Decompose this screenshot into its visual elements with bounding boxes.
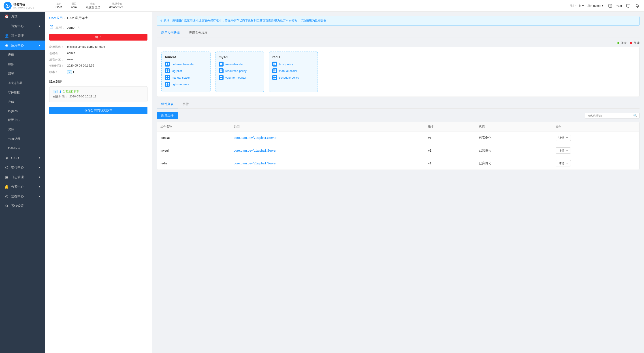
svg-rect-23 xyxy=(220,70,221,71)
search-input[interactable] xyxy=(587,114,632,117)
topbar-user-selector[interactable]: 用户 admin ▾ xyxy=(588,4,604,8)
breadcrumb-link[interactable]: OAM应用 xyxy=(49,16,63,20)
tab-instance-template[interactable]: 应用实例模板 xyxy=(184,29,212,37)
sidebar-item-overview[interactable]: ⏰ 总览 xyxy=(0,12,45,21)
svg-rect-22 xyxy=(221,64,222,65)
sidebar-item-yaml[interactable]: Yaml记录 xyxy=(0,134,45,144)
topbar-meta: 租户 OAM 项目 oam 角色 系统管理员 数据中心 datacenter..… xyxy=(56,2,562,10)
col-type: 类型 xyxy=(230,122,425,132)
svg-rect-21 xyxy=(220,64,221,65)
error-dot xyxy=(630,42,632,44)
user-dropdown-icon: ▾ xyxy=(602,4,604,8)
sidebar-item-config[interactable]: 配置中心 xyxy=(0,115,45,125)
yaml-label: Yaml xyxy=(616,4,622,8)
sidebar-item-monitor[interactable]: ◎ 监控中心 ▾ xyxy=(0,191,45,201)
sidebar-item-stateful[interactable]: 有状态部署 xyxy=(0,78,45,88)
table-header-row: 组件名称 类型 版本 状态 操作 xyxy=(157,122,639,132)
monitor-icon[interactable] xyxy=(625,3,632,9)
settings-icon: ⚙ xyxy=(4,204,9,208)
sidebar-item-label: 存储 xyxy=(8,100,14,104)
svg-rect-40 xyxy=(275,76,276,77)
sidebar-item-label: 资源 xyxy=(8,127,14,132)
component-icon xyxy=(272,68,277,73)
sidebar-item-sysconfig[interactable]: ⚙ 系统设置 xyxy=(0,201,45,211)
sidebar-item-cicd[interactable]: ◈ CICD ▾ xyxy=(0,153,45,163)
topo-item[interactable]: resources-policy xyxy=(218,68,261,73)
sidebar-item-resource[interactable]: 资源 xyxy=(0,125,45,134)
svg-rect-19 xyxy=(220,63,221,64)
comp-toolbar: 新增组件 🔍 xyxy=(157,112,640,119)
cell-version: v1 xyxy=(424,132,475,144)
sidebar-item-tenant[interactable]: 👤 租户管理 xyxy=(0,31,45,41)
resource-icon: ☰ xyxy=(4,24,9,28)
svg-rect-30 xyxy=(221,78,222,79)
lang-dropdown-icon: ▾ xyxy=(582,4,584,8)
topo-item[interactable]: manual-scaler xyxy=(272,68,314,73)
save-version-button[interactable]: 保存当前内容为版本 xyxy=(49,107,148,114)
sidebar-item-label: Yaml记录 xyxy=(8,137,20,141)
detail-button[interactable]: 详情 xyxy=(556,160,571,166)
alert-text: 新增、编辑组件或应用编排过后请先保存版本，若在未保存状态下跳转到至其它页面则视为… xyxy=(164,19,330,23)
app-link-icon xyxy=(49,25,54,30)
svg-rect-14 xyxy=(168,78,169,79)
tab-events[interactable]: 事件 xyxy=(178,100,193,108)
legend-error: 故障 xyxy=(630,41,640,45)
add-component-button[interactable]: 新增组件 xyxy=(157,112,178,119)
sidebar-item-ingress[interactable]: Ingress xyxy=(0,107,45,115)
sidebar-item-label: 应用中心 xyxy=(11,44,24,48)
sidebar-item-service[interactable]: 服务 xyxy=(0,60,45,69)
topo-item[interactable]: manual-scaler xyxy=(165,75,207,80)
topo-item[interactable]: log-pilot xyxy=(165,68,207,73)
svg-rect-10 xyxy=(168,71,169,72)
svg-rect-16 xyxy=(168,83,169,84)
cell-type[interactable]: core.oam.dev/v1alpha1.Server xyxy=(230,144,425,157)
cell-type[interactable]: core.oam.dev/v1alpha1.Server xyxy=(230,132,425,144)
svg-rect-31 xyxy=(274,63,274,64)
search-box[interactable]: 🔍 xyxy=(585,113,640,119)
topo-node-mysql: mysql manual-scaler resources-policy xyxy=(215,52,264,92)
topo-item[interactable]: schedule-policy xyxy=(272,75,314,80)
topo-item[interactable]: nginx-ingress xyxy=(165,82,207,87)
sidebar-item-deploy[interactable]: 部署 xyxy=(0,69,45,78)
cell-name: redis xyxy=(157,157,230,170)
topo-node-title: tomcat xyxy=(165,55,207,59)
sidebar-item-storage[interactable]: 存储 xyxy=(0,97,45,107)
tab-component-list[interactable]: 组件列表 xyxy=(157,100,178,108)
svg-rect-39 xyxy=(274,76,274,77)
topology-area: tomcat better-auto-scaler log-pilot xyxy=(157,47,640,97)
svg-rect-42 xyxy=(275,78,276,79)
bell-icon[interactable] xyxy=(634,3,640,9)
topo-item[interactable]: volume-mounter xyxy=(218,75,261,80)
sidebar-item-log[interactable]: ▣ 日志管理 ▾ xyxy=(0,172,45,182)
topo-item[interactable]: better-auto-scaler xyxy=(165,62,207,67)
sidebar: ⏰ 总览 ☰ 资源中心 ▾ 👤 租户管理 ◉ 应用中心 ▾ 应用 服务 部署 有… xyxy=(0,12,45,353)
detail-button[interactable]: 详情 xyxy=(556,135,571,141)
sidebar-item-daemon[interactable]: 守护进程 xyxy=(0,88,45,97)
app-icon: ◉ xyxy=(4,43,9,48)
sidebar-item-label: OAM应用 xyxy=(8,146,20,150)
sidebar-item-delivery[interactable]: ⬡ 交付中心 ▾ xyxy=(0,163,45,172)
sidebar-item-alert[interactable]: 🔔 告警中心 ▾ xyxy=(0,182,45,191)
cell-type[interactable]: core.oam.dev/v1alpha1.Server xyxy=(230,157,425,170)
detail-button[interactable]: 详情 xyxy=(556,147,571,154)
tab-instance-status[interactable]: 应用实例状态 xyxy=(157,29,184,37)
sidebar-item-resources[interactable]: ☰ 资源中心 ▾ xyxy=(0,21,45,31)
export-icon[interactable] xyxy=(607,3,613,9)
sidebar-item-oam[interactable]: OAM应用 xyxy=(0,144,45,153)
edit-icon[interactable]: ✎ xyxy=(77,26,80,29)
sidebar-item-app[interactable]: 应用 xyxy=(0,50,45,60)
sidebar-item-label: 系统设置 xyxy=(11,204,24,208)
legend-healthy: 健康 xyxy=(617,41,627,45)
sidebar-item-label: CICD xyxy=(11,156,19,160)
sidebar-item-label: 日志管理 xyxy=(11,175,24,179)
topo-item[interactable]: manual-scaler xyxy=(218,62,261,67)
topo-item[interactable]: host-policy xyxy=(272,62,314,67)
sidebar-item-label: 应用 xyxy=(8,53,14,57)
topbar-lang-selector[interactable]: 语言 中文 ▾ xyxy=(570,4,584,8)
stop-button[interactable]: 终止 xyxy=(49,34,148,41)
cell-status: 已实例化 xyxy=(475,132,552,144)
arrow-icon: ▾ xyxy=(39,195,40,198)
sidebar-item-appcenter[interactable]: ◉ 应用中心 ▾ xyxy=(0,41,45,50)
alert-icon: 🔔 xyxy=(4,185,9,189)
topbar-datacenter: 数据中心 datacenter... xyxy=(109,2,125,10)
